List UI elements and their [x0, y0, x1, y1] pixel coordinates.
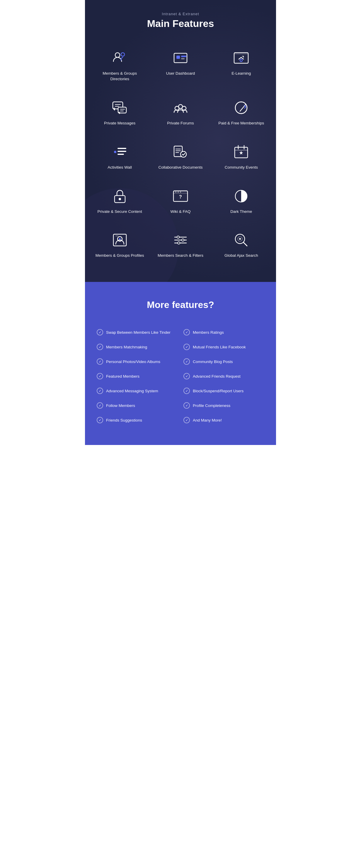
feature-members-groups-directories: Members & Groups Directories: [91, 41, 148, 88]
main-title: Main Features: [91, 18, 270, 29]
profiles-icon: [111, 231, 129, 249]
svg-rect-4: [181, 56, 186, 57]
feature-members-groups-profiles: Members & Groups Profiles: [91, 223, 148, 265]
list-item-label: Members Ratings: [193, 330, 224, 335]
list-item: ✓ Community Blog Posts: [180, 354, 267, 369]
svg-rect-2: [174, 53, 187, 63]
private-secure-content-label: Private & Secure Content: [97, 209, 142, 215]
list-item-label: Members Matchmaking: [106, 345, 147, 349]
list-item: ✓ Block/Suspend/Report Users: [180, 383, 267, 398]
messages-icon: [111, 99, 129, 117]
svg-point-55: [239, 238, 241, 240]
global-ajax-search-label: Global Ajax Search: [224, 253, 258, 258]
feature-activities-wall: Activities Wall: [91, 135, 148, 176]
list-item-label: Profile Completeness: [193, 403, 230, 408]
svg-rect-5: [181, 58, 185, 59]
svg-rect-22: [117, 148, 126, 149]
check-icon: ✓: [184, 358, 190, 365]
check-icon: ✓: [184, 373, 190, 379]
list-item: ✓ Featured Members: [94, 369, 180, 383]
activities-icon: [111, 143, 129, 161]
list-item: ✓ Personal Photos/Video Albums: [94, 354, 180, 369]
check-icon: ✓: [97, 402, 103, 409]
dark-theme-icon: [232, 187, 250, 205]
svg-point-52: [177, 242, 180, 244]
forums-icon: [172, 99, 189, 117]
more-features-title: More features?: [94, 300, 267, 310]
check-icon: ✓: [184, 417, 190, 423]
list-item-label: Follow Members: [106, 403, 135, 408]
check-icon: ✓: [184, 344, 190, 350]
list-item: ✓ Swap Between Members Like Tinder: [94, 325, 180, 340]
top-section: Intranet & Extranet Main Features Member…: [85, 0, 276, 282]
list-item: ✓ Profile Completeness: [180, 398, 267, 413]
list-item-label: Advanced Friends Request: [193, 374, 241, 378]
list-item-label: Block/Suspend/Report Users: [193, 389, 244, 393]
wiki-faq-label: Wiki & FAQ: [170, 209, 191, 215]
list-item: ✓ Advanced Messaging System: [94, 383, 180, 398]
feature-private-forums: Private Forums: [151, 91, 209, 132]
check-icon: ✓: [184, 329, 190, 336]
feature-private-secure-content: Private & Secure Content: [91, 179, 148, 220]
list-item-label: Advanced Messaging System: [106, 389, 158, 393]
elearning-icon: [232, 49, 250, 67]
svg-rect-7: [234, 53, 248, 55]
private-forums-label: Private Forums: [167, 121, 194, 126]
collaborative-documents-label: Collaborative Documents: [159, 165, 203, 170]
list-item: ✓ Mutual Friends Like Facebook: [180, 340, 267, 354]
check-icon: ✓: [97, 417, 103, 423]
svg-point-29: [180, 151, 186, 157]
lock-icon: [111, 187, 129, 205]
dark-theme-label: Dark Theme: [230, 209, 252, 215]
feature-collaborative-documents: Collaborative Documents: [151, 135, 209, 176]
community-events-label: Community Events: [225, 165, 258, 170]
members-groups-icon: [111, 49, 129, 67]
svg-point-35: [119, 198, 121, 200]
list-item: ✓ Advanced Friends Request: [180, 369, 267, 383]
more-features-list: ✓ Swap Between Members Like Tinder ✓ Mem…: [94, 325, 267, 427]
list-item-label: Mutual Friends Like Facebook: [193, 345, 246, 349]
svg-point-51: [182, 239, 184, 241]
list-item-label: Personal Photos/Video Albums: [106, 360, 160, 364]
list-item: ✓ Members Matchmaking: [94, 340, 180, 354]
list-item: ✓ Members Ratings: [180, 325, 267, 340]
list-item-label: And Many More!: [193, 418, 222, 423]
feature-user-dashboard: User Dashboard: [151, 41, 209, 88]
search-filters-icon: [172, 231, 189, 249]
svg-rect-24: [117, 154, 124, 155]
svg-point-21: [114, 151, 116, 153]
check-icon: ✓: [184, 388, 190, 394]
check-icon: ✓: [97, 329, 103, 336]
feature-dark-theme: Dark Theme: [213, 179, 270, 220]
members-groups-profiles-label: Members & Groups Profiles: [95, 253, 144, 258]
svg-point-50: [177, 236, 179, 238]
members-groups-directories-label: Members & Groups Directories: [94, 71, 146, 82]
feature-paid-free-memberships: Paid & Free Memberships: [213, 91, 270, 132]
check-icon: ✓: [97, 358, 103, 365]
global-search-icon: [232, 231, 250, 249]
svg-point-8: [240, 59, 242, 61]
list-item-label: Featured Members: [106, 374, 139, 378]
private-messages-label: Private Messages: [104, 121, 135, 126]
svg-rect-23: [117, 151, 126, 152]
svg-point-38: [175, 191, 176, 193]
feature-members-search-filters: Members Search & Filters: [151, 223, 209, 265]
feature-e-learning: E-Learning: [213, 41, 270, 88]
bottom-section: More features? ✓ Swap Between Members Li…: [85, 282, 276, 445]
svg-point-39: [177, 191, 179, 193]
list-item-label: Friends Suggestions: [106, 418, 142, 423]
wiki-icon: ?: [172, 187, 189, 205]
activities-wall-label: Activities Wall: [108, 165, 132, 170]
feature-private-messages: Private Messages: [91, 91, 148, 132]
check-icon: ✓: [97, 388, 103, 394]
memberships-icon: [232, 99, 250, 117]
user-dashboard-label: User Dashboard: [166, 71, 195, 76]
e-learning-label: E-Learning: [231, 71, 251, 76]
subtitle: Intranet & Extranet: [91, 12, 270, 16]
check-icon: ✓: [184, 402, 190, 409]
events-icon: [232, 143, 250, 161]
svg-point-1: [121, 53, 124, 56]
list-item-label: Swap Between Members Like Tinder: [106, 330, 170, 335]
list-item: ✓ Friends Suggestions: [94, 413, 180, 427]
svg-text:?: ?: [179, 194, 182, 199]
